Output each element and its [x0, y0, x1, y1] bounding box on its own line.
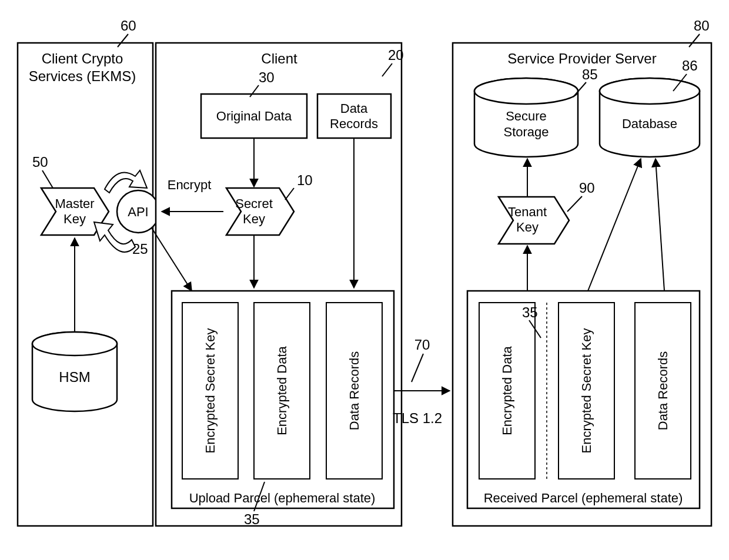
node-data-records-src: Data Records [317, 94, 391, 138]
svg-text:Original Data: Original Data [216, 109, 292, 123]
server-title: Service Provider Server [507, 51, 656, 66]
ref-received-parcel: 35 [522, 304, 538, 320]
svg-text:Tenant: Tenant [508, 204, 547, 219]
ref-original-data: 30 [259, 69, 275, 85]
svg-text:Encrypted Data: Encrypted Data [500, 346, 514, 435]
svg-text:Received Parcel (ephemeral sta: Received Parcel (ephemeral state) [484, 491, 683, 505]
ref-tenant-key: 90 [579, 180, 595, 196]
ref-link: 70 [414, 337, 430, 353]
svg-rect-0 [18, 43, 153, 526]
svg-text:Storage: Storage [503, 125, 549, 139]
ref-secret-key: 10 [297, 172, 313, 188]
svg-text:TLS 1.2: TLS 1.2 [393, 410, 442, 426]
node-hsm: HSM [32, 332, 117, 411]
client-title: Client [261, 51, 297, 66]
svg-text:Database: Database [622, 116, 677, 131]
region-ekms: Client Crypto Services (EKMS) 60 [18, 18, 153, 526]
svg-text:Key: Key [63, 212, 86, 226]
svg-text:Data Records: Data Records [347, 351, 362, 431]
svg-text:Data Records: Data Records [656, 351, 670, 431]
svg-text:Key: Key [243, 212, 265, 226]
ref-server: 80 [694, 18, 710, 33]
svg-text:API: API [128, 204, 148, 219]
ref-secure-storage: 85 [582, 66, 598, 82]
ref-master-key: 50 [32, 154, 48, 170]
svg-text:Encrypted Secret Key: Encrypted Secret Key [203, 328, 218, 454]
svg-text:Key: Key [516, 220, 539, 234]
ekms-title-line1: Client Crypto [42, 51, 123, 66]
ref-ekms: 60 [121, 18, 136, 33]
svg-text:Master: Master [55, 196, 94, 211]
svg-point-43 [600, 78, 700, 104]
svg-text:Encrypted Secret Key: Encrypted Secret Key [579, 328, 594, 454]
svg-line-34 [412, 354, 423, 382]
architecture-diagram: Client Crypto Services (EKMS) 60 Master … [0, 0, 729, 560]
svg-text:Records: Records [330, 116, 378, 131]
svg-text:Secret: Secret [235, 196, 273, 211]
svg-text:Encrypted Data: Encrypted Data [275, 346, 289, 435]
ref-client: 20 [388, 47, 404, 63]
ref-api: 25 [132, 241, 148, 257]
ekms-title-line2: Services (EKMS) [29, 68, 136, 84]
svg-text:Secure: Secure [506, 109, 547, 123]
svg-text:Data: Data [340, 101, 368, 116]
svg-point-38 [474, 78, 578, 104]
node-received-parcel: Received Parcel (ephemeral state) Encryp… [467, 291, 700, 508]
ref-upload-parcel: 35 [244, 511, 260, 527]
node-upload-parcel: Upload Parcel (ephemeral state) Encrypte… [172, 291, 394, 527]
svg-text:HSM: HSM [59, 369, 90, 385]
encrypt-label: Encrypt [168, 177, 212, 192]
ref-database: 86 [682, 58, 698, 73]
svg-point-9 [32, 332, 117, 356]
svg-text:Upload Parcel (ephemeral state: Upload Parcel (ephemeral state) [189, 491, 376, 505]
